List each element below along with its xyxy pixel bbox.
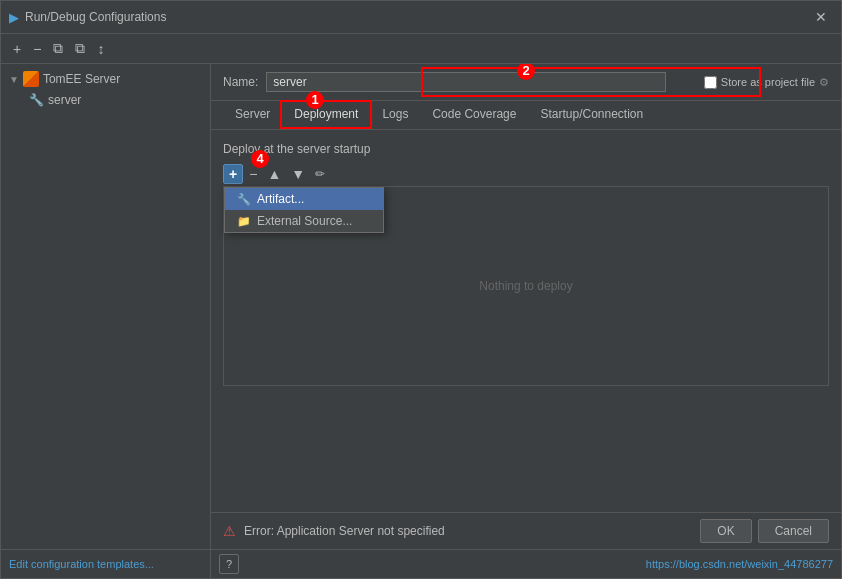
sidebar: ▼ TomEE Server 🔧 server Edit configurati… — [1, 64, 211, 578]
tab-deployment[interactable]: Deployment — [282, 101, 370, 129]
tomee-icon — [23, 71, 39, 87]
artifact-icon: 🔧 — [237, 193, 251, 206]
footer-bar: ? https://blog.csdn.net/weixin_44786277 — [211, 549, 841, 578]
ok-button[interactable]: OK — [700, 519, 751, 543]
name-bar: 2 Name: server Store as project file ⚙ — [211, 64, 841, 101]
store-project-checkbox[interactable] — [704, 76, 717, 89]
sidebar-group-label: TomEE Server — [43, 72, 120, 86]
server-leaf-icon: 🔧 — [29, 93, 44, 107]
sidebar-section: ▼ TomEE Server 🔧 server — [1, 64, 210, 114]
main-toolbar: + − ⧉ ⧉ ↕ — [1, 34, 841, 64]
dialog-title: Run/Debug Configurations — [25, 10, 166, 24]
action-buttons: OK Cancel — [700, 519, 829, 543]
help-button[interactable]: ? — [219, 554, 239, 574]
deploy-up-button[interactable]: ▲ — [263, 164, 285, 184]
footer-link: https://blog.csdn.net/weixin_44786277 — [646, 558, 833, 570]
artifact-label: Artifact... — [257, 192, 304, 206]
error-icon: ⚠ — [223, 523, 236, 539]
copy-config-button[interactable]: ⧉ — [49, 38, 67, 59]
sidebar-spacer — [1, 114, 210, 549]
add-config-button[interactable]: + — [9, 39, 25, 59]
external-icon: 📁 — [237, 215, 251, 228]
move-config-button[interactable]: ⧉ — [71, 38, 89, 59]
deploy-dropdown-menu: 🔧 Artifact... 📁 External Source... — [224, 187, 384, 233]
deploy-toolbar: 4 + − ▲ ▼ ✏ — [223, 164, 829, 184]
edit-templates-link[interactable]: Edit configuration templates... — [1, 549, 210, 578]
main-content: ▼ TomEE Server 🔧 server Edit configurati… — [1, 64, 841, 578]
tab-startup-connection[interactable]: Startup/Connection — [528, 101, 655, 129]
tab-server[interactable]: Server — [223, 101, 282, 129]
sidebar-item-server[interactable]: 🔧 server — [1, 90, 210, 110]
dropdown-artifact-item[interactable]: 🔧 Artifact... — [225, 188, 383, 210]
close-button[interactable]: ✕ — [809, 7, 833, 27]
right-panel: 2 Name: server Store as project file ⚙ 1… — [211, 64, 841, 578]
gear-icon[interactable]: ⚙ — [819, 76, 829, 89]
bottom-bar: ⚠ Error: Application Server not specifie… — [211, 512, 841, 549]
name-label: Name: — [223, 75, 258, 89]
sort-config-button[interactable]: ↕ — [93, 39, 108, 59]
tab-code-coverage[interactable]: Code Coverage — [420, 101, 528, 129]
external-label: External Source... — [257, 214, 352, 228]
title-bar: ▶ Run/Debug Configurations ✕ — [1, 1, 841, 34]
annotation-1: 1 — [306, 91, 324, 109]
sidebar-group-tomee[interactable]: ▼ TomEE Server — [1, 68, 210, 90]
store-project-label: Store as project file — [721, 76, 815, 88]
run-debug-dialog: ▶ Run/Debug Configurations ✕ + − ⧉ ⧉ ↕ ▼… — [0, 0, 842, 579]
deploy-add-button[interactable]: + — [223, 164, 243, 184]
deployment-panel: Deploy at the server startup 4 + − ▲ ▼ ✏ — [211, 130, 841, 512]
title-bar-left: ▶ Run/Debug Configurations — [9, 10, 166, 25]
dropdown-external-item[interactable]: 📁 External Source... — [225, 210, 383, 232]
sidebar-server-label: server — [48, 93, 81, 107]
expand-arrow-icon: ▼ — [9, 74, 19, 85]
cancel-button[interactable]: Cancel — [758, 519, 829, 543]
error-message: Error: Application Server not specified — [244, 524, 445, 538]
name-input[interactable]: server — [266, 72, 666, 92]
deploy-edit-button[interactable]: ✏ — [311, 165, 329, 183]
remove-config-button[interactable]: − — [29, 39, 45, 59]
deploy-down-button[interactable]: ▼ — [287, 164, 309, 184]
nothing-to-deploy-label: Nothing to deploy — [479, 279, 572, 293]
deploy-label: Deploy at the server startup — [223, 142, 829, 156]
store-project-section: Store as project file ⚙ — [704, 76, 829, 89]
tab-logs[interactable]: Logs — [370, 101, 420, 129]
annotation-4: 4 — [251, 150, 269, 168]
deploy-area: 🔧 Artifact... 📁 External Source... Nothi… — [223, 186, 829, 386]
tabs-bar: 1 Server Deployment Logs Code Coverage S… — [211, 101, 841, 130]
